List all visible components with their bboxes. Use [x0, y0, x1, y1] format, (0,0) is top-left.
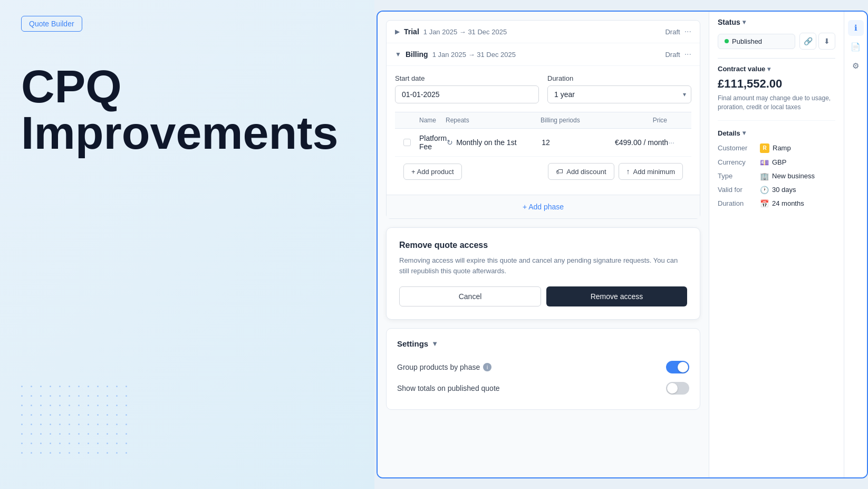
type-icon: 🏢 [760, 172, 769, 180]
add-product-button[interactable]: + Add product [403, 164, 462, 180]
download-button[interactable]: ⬇ [818, 33, 835, 50]
repeats-value: ↻ Monthly on the 1st [447, 138, 542, 147]
billing-expand-icon[interactable]: ▼ [395, 51, 401, 58]
settings-header[interactable]: Settings ▼ [397, 339, 689, 348]
status-dot [725, 39, 729, 43]
valid-for-icon: 🕐 [760, 186, 769, 194]
start-date-input[interactable] [395, 85, 539, 103]
currency-key: Currency [718, 158, 760, 166]
details-section: Details ▾ Customer R Ramp Currency 💷 [718, 129, 835, 208]
contract-value-label: Contract value ▾ [718, 65, 835, 73]
table-header: Name Repeats Billing periods Price [395, 112, 691, 129]
info-panel-button[interactable]: ℹ [848, 20, 864, 36]
dot-grid-decoration [21, 386, 131, 457]
row-more[interactable]: ··· [668, 138, 684, 147]
right-sidebar: Status ▾ Published 🔗 [709, 12, 867, 477]
duration-icon: 📅 [760, 199, 769, 208]
contract-chevron-icon: ▾ [767, 65, 770, 73]
trial-more-icon[interactable]: ··· [684, 27, 691, 36]
discount-icon: 🏷 [556, 167, 563, 176]
billing-phase-row[interactable]: ▼ Billing 1 Jan 2025 → 31 Dec 2025 Draft… [387, 43, 700, 66]
duration-key: Duration [718, 199, 760, 207]
center-column: ▶ Trial 1 Jan 2025 → 31 Dec 2025 Draft ·… [378, 12, 709, 477]
settings-panel-button[interactable]: ⚙ [848, 58, 864, 74]
modal-description: Removing access will expire this quote a… [399, 255, 687, 276]
type-key: Type [718, 172, 760, 180]
valid-for-value: 🕐 30 days [760, 186, 796, 194]
settings-section: Settings ▼ Group products by phase i Sho… [386, 328, 700, 410]
show-totals-toggle[interactable] [666, 382, 689, 395]
add-minimum-button[interactable]: ↑ Add minimum [619, 163, 683, 180]
status-value: Published [732, 37, 762, 45]
customer-avatar: R [760, 143, 769, 153]
show-totals-label: Show totals on published quote [397, 384, 500, 392]
modal-title: Remove quote access [399, 241, 687, 250]
download-icon: ⬇ [824, 37, 830, 45]
currency-row: Currency 💷 GBP [718, 158, 835, 167]
status-section: Status ▾ Published 🔗 [718, 18, 835, 50]
billing-label: Billing [406, 50, 428, 59]
trial-phase-row[interactable]: ▶ Trial 1 Jan 2025 → 31 Dec 2025 Draft ·… [387, 21, 700, 43]
billing-dates: 1 Jan 2025 → 31 Dec 2025 [432, 51, 516, 59]
type-value: 🏢 New business [760, 172, 815, 180]
billing-periods-value: 12 [542, 138, 605, 147]
duration-select[interactable]: 1 year 6 months 3 months Custom [547, 85, 691, 103]
group-products-info-icon[interactable]: i [483, 363, 491, 371]
duration-label: Duration [547, 74, 691, 82]
billing-more-icon[interactable]: ··· [684, 50, 691, 59]
details-header: Details ▾ [718, 129, 835, 137]
duration-value: 📅 24 months [760, 199, 804, 208]
name-header: Name [419, 117, 446, 124]
price-header: Price [604, 117, 667, 124]
actions-header [667, 117, 683, 124]
customer-key: Customer [718, 144, 760, 152]
sidebar-icon-panel: ℹ 📄 ⚙ [844, 12, 867, 477]
status-badge: Published [718, 34, 795, 49]
row-checkbox[interactable] [403, 139, 411, 146]
duration-row: Duration 📅 24 months [718, 199, 835, 208]
remove-access-modal: Remove quote access Removing access will… [386, 227, 700, 320]
settings-chevron-icon: ▼ [431, 340, 438, 348]
status-label-text: Status [718, 18, 740, 26]
cancel-button[interactable]: Cancel [399, 286, 541, 306]
trial-label: Trial [404, 27, 419, 36]
valid-for-key: Valid for [718, 186, 760, 194]
contract-note: Final amount may change due to usage, pr… [718, 94, 835, 112]
details-chevron-icon: ▾ [742, 129, 746, 137]
valid-for-row: Valid for 🕐 30 days [718, 186, 835, 194]
cpq-title: CPQ Improvements [21, 63, 353, 156]
currency-value: 💷 GBP [760, 158, 786, 167]
table-row: Platform Fee ↻ Monthly on the 1st 12 €49… [395, 129, 691, 157]
customer-value: R Ramp [760, 143, 791, 153]
checkbox-header [403, 117, 419, 124]
price-value: €499.00 / month [605, 138, 668, 147]
document-panel-button[interactable]: 📄 [848, 39, 864, 55]
currency-icon: 💷 [760, 158, 769, 167]
repeats-icon: ↻ [447, 138, 453, 147]
settings-title: Settings [397, 339, 428, 348]
copy-link-button[interactable]: 🔗 [799, 33, 816, 50]
show-totals-row: Show totals on published quote [397, 378, 689, 399]
contract-amount: £111,552.00 [718, 77, 835, 91]
add-discount-button[interactable]: 🏷 Add discount [548, 163, 614, 180]
status-chevron-icon: ▾ [742, 18, 746, 26]
group-products-label: Group products by phase [397, 363, 480, 371]
action-row: + Add product 🏷 Add discount ↑ Add minim… [395, 157, 691, 186]
customer-row: Customer R Ramp [718, 143, 835, 153]
trial-expand-icon[interactable]: ▶ [395, 28, 400, 35]
contract-value-section: Contract value ▾ £111,552.00 Final amoun… [718, 65, 835, 121]
add-phase-row[interactable]: + Add phase [387, 195, 700, 218]
billing-periods-header: Billing periods [541, 117, 604, 124]
link-icon: 🔗 [804, 37, 813, 45]
minimum-icon: ↑ [626, 167, 630, 176]
type-row: Type 🏢 New business [718, 172, 835, 180]
remove-access-button[interactable]: Remove access [546, 286, 687, 306]
repeats-header: Repeats [446, 117, 541, 124]
trial-status: Draft [665, 28, 680, 36]
group-products-row: Group products by phase i [397, 357, 689, 378]
main-panel: ▶ Trial 1 Jan 2025 → 31 Dec 2025 Draft ·… [377, 11, 868, 478]
start-date-label: Start date [395, 74, 539, 82]
phase-section: ▶ Trial 1 Jan 2025 → 31 Dec 2025 Draft ·… [386, 20, 700, 219]
quote-builder-badge: Quote Builder [21, 16, 82, 32]
group-products-toggle[interactable] [666, 361, 689, 373]
